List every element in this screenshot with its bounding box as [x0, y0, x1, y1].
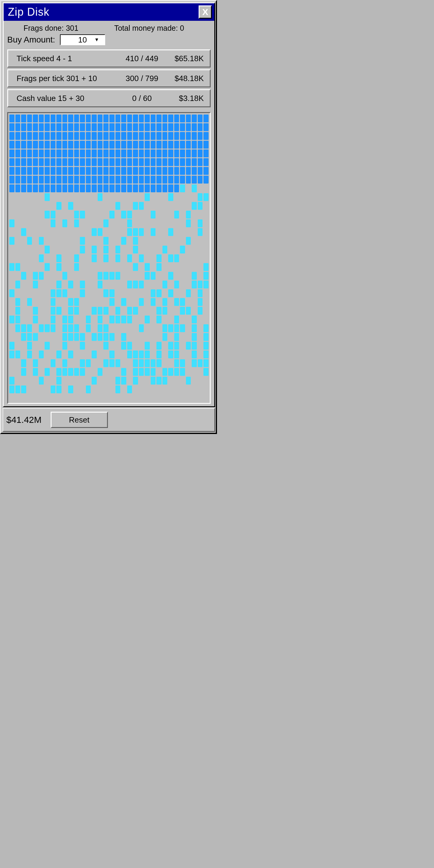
frag-cell [180, 377, 185, 384]
frag-cell [162, 342, 167, 350]
frag-cell [198, 298, 203, 306]
frag-cell [21, 324, 26, 332]
frag-cell [16, 350, 21, 358]
close-button[interactable]: X [198, 5, 212, 19]
upgrade-name: Frags per tick 301 + 10 [17, 74, 97, 83]
frag-cell [44, 359, 50, 367]
frag-cell [145, 263, 150, 271]
frag-cell [133, 368, 138, 376]
frag-cell [133, 211, 138, 218]
frag-cell [139, 272, 144, 280]
frag-cell [139, 123, 144, 131]
frag-cell [110, 246, 115, 253]
frag-cell [74, 219, 79, 227]
frag-cell [192, 150, 197, 157]
frag-cell [174, 350, 179, 358]
frag-cell [44, 377, 50, 384]
frag-cell [9, 123, 14, 131]
frag-cell [192, 246, 197, 253]
frag-cell [192, 228, 197, 236]
frag-cell [56, 350, 61, 358]
frag-cell [33, 158, 38, 166]
frag-cell [62, 368, 67, 376]
frag-cell [121, 219, 126, 227]
frag-cell [110, 342, 115, 350]
frag-cell [103, 307, 108, 315]
frag-cell [16, 342, 21, 350]
frag-cell [110, 158, 115, 166]
frag-cell [180, 132, 185, 140]
frag-cell [86, 350, 91, 358]
frag-cell [86, 202, 91, 210]
frag-cell [192, 350, 197, 358]
frag-cell [174, 132, 179, 140]
frag-cell [174, 289, 179, 297]
frag-cell [186, 211, 191, 218]
frag-cell [86, 342, 91, 350]
frag-cell [110, 132, 115, 140]
frag-cell [92, 272, 97, 280]
upgrade-button-2[interactable]: Cash value 15 + 300 / 60$3.18K [7, 89, 211, 107]
frag-cell [162, 377, 167, 384]
reset-button[interactable]: Reset [51, 412, 108, 428]
frag-cell [198, 115, 203, 122]
frag-cell [133, 228, 138, 236]
frag-cell [33, 359, 38, 367]
frag-cell [103, 237, 108, 245]
frag-cell [56, 289, 61, 297]
frag-cell [168, 246, 173, 253]
frag-cell [116, 184, 121, 192]
upgrade-progress: 300 / 799 [122, 74, 161, 83]
frag-cell [139, 307, 144, 315]
frag-cell [74, 158, 79, 166]
upgrade-button-0[interactable]: Tick speed 4 - 1410 / 449$65.18K [7, 50, 211, 67]
frag-cell [145, 246, 150, 253]
frag-cell [198, 324, 203, 332]
frag-cell [74, 141, 79, 149]
frag-cell [98, 211, 103, 218]
frag-cell [39, 150, 44, 157]
frag-cell [92, 377, 97, 384]
frag-cell [110, 193, 115, 201]
frag-cell [62, 377, 67, 384]
frag-cell [116, 246, 121, 253]
frag-cell [110, 350, 115, 358]
frag-cell [151, 211, 156, 218]
frag-cell [192, 123, 197, 131]
frag-cell [180, 193, 185, 201]
upgrade-cost: $3.18K [170, 94, 204, 103]
frag-cell [86, 281, 91, 288]
frag-cell [39, 281, 44, 288]
frag-cell [51, 158, 56, 166]
frag-cell [110, 315, 115, 323]
frag-cell [51, 202, 56, 210]
frag-cell [121, 246, 126, 253]
frag-cell [168, 202, 173, 210]
frag-cell [9, 272, 14, 280]
frag-cell [110, 115, 115, 122]
frag-cell [98, 368, 103, 376]
buy-amount-dropdown[interactable]: 10 ▼ [60, 34, 105, 45]
frag-cell [74, 377, 79, 384]
frag-cell [44, 289, 50, 297]
frag-cell [33, 141, 38, 149]
frag-cell [74, 289, 79, 297]
frag-cell [168, 176, 173, 184]
frag-cell [98, 359, 103, 367]
frag-cell [192, 219, 197, 227]
upgrade-button-1[interactable]: Frags per tick 301 + 10300 / 799$48.18K [7, 69, 211, 87]
frag-cell [180, 115, 185, 122]
frag-cell [162, 368, 167, 376]
frag-cell [116, 333, 121, 341]
frag-cell [110, 289, 115, 297]
frag-cell [74, 368, 79, 376]
frag-cell [16, 246, 21, 253]
frag-cell [204, 307, 209, 315]
frag-cell [86, 176, 91, 184]
frag-cell [186, 333, 191, 341]
frag-cell [133, 202, 138, 210]
frag-cell [56, 219, 61, 227]
frag-cell [180, 141, 185, 149]
frag-cell [68, 333, 73, 341]
frag-cell [180, 211, 185, 218]
